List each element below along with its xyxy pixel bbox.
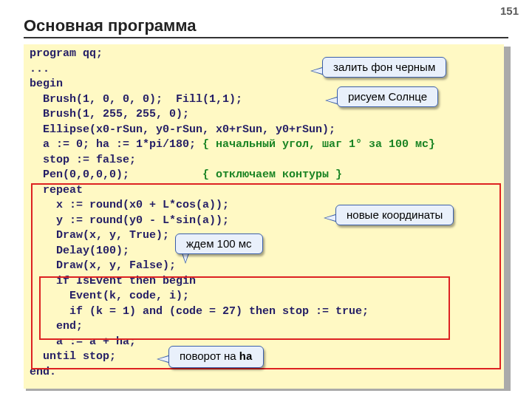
code-line: a := 0; ha := 1*pi/180; [30, 138, 202, 151]
code-line: Ellipse(x0-rSun, y0-rSun, x0+rSun, y0+rS… [30, 123, 335, 136]
callout-text: ждем 100 мс [186, 237, 252, 250]
code-line: end. [30, 366, 56, 378]
callout-rotate-ha: поворот на ha [168, 346, 264, 368]
code-comment: { отключаем контуры } [202, 168, 342, 181]
code-line: if (k = 1) and (code = 27) then stop := … [30, 305, 369, 318]
callout-text: залить фон черным [333, 61, 435, 73]
callout-draw-sun: рисуем Солнце [337, 86, 438, 107]
code-line: y := round(y0 - L*sin(a)); [30, 214, 229, 227]
title-underline [24, 37, 508, 38]
callout-text: новые координаты [347, 208, 443, 221]
page-number: 151 [500, 4, 519, 17]
callout-new-coords: новые координаты [335, 205, 454, 225]
code-line: if IsEvent then begin [30, 275, 196, 287]
code-line: program qq; [30, 47, 103, 60]
code-line: x := round(x0 + L*cos(a)); [30, 199, 229, 211]
code-line: until stop; [30, 350, 116, 363]
code-line: end; [30, 320, 83, 332]
callout-wait-100ms: ждем 100 мс [175, 233, 263, 254]
code-line: Pen(0,0,0,0); [30, 168, 202, 181]
code-line: ... [30, 63, 50, 75]
code-line: stop := false; [30, 154, 136, 166]
callout-fill-black: залить фон черным [322, 57, 446, 78]
page-title: Основная программа [24, 16, 197, 35]
code-line: Draw(x, y, False); [30, 259, 176, 272]
code-line: Delay(100); [30, 245, 129, 257]
code-line: Event(k, code, i); [30, 290, 189, 302]
code-line: begin [30, 78, 63, 90]
code-line: a := a + ha; [30, 335, 136, 348]
callout-code: ha [239, 351, 253, 364]
code-line: Brush(1, 255, 255, 0); [30, 108, 189, 120]
callout-text: рисуем Солнце [348, 90, 427, 103]
code-comment: { начальный угол, шаг 1° за 100 мс} [202, 138, 435, 151]
code-line: repeat [30, 184, 83, 197]
code-line: Brush(1, 0, 0, 0); Fill(1,1); [30, 93, 242, 106]
code-line: Draw(x, y, True); [30, 229, 169, 242]
callout-text: поворот на [180, 349, 239, 362]
